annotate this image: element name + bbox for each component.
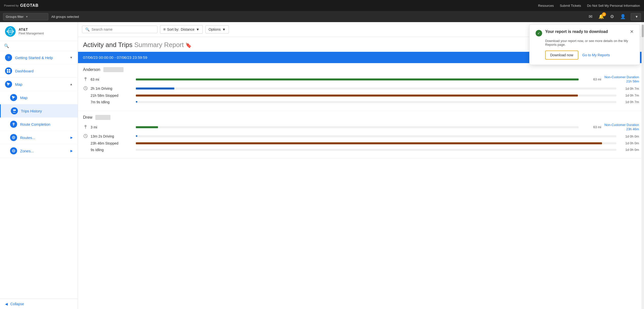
routes-icon — [10, 134, 17, 141]
content-area: 🔍 ≡ Sort by: Distance ▼ Options ▼ Activi… — [78, 22, 644, 309]
drew-driving-bar-wrapper — [136, 135, 616, 137]
report-title-part1: Activity and Trips — [83, 41, 133, 49]
anderson-stopped-label: 21h 58m Stopped — [91, 94, 131, 98]
anderson-idling-bar-wrapper — [136, 101, 616, 103]
stat-row-anderson-distance: 63 mi 63 mi Non-Customer Duration21h 58m — [83, 75, 639, 84]
user-button[interactable]: 👤 — [619, 13, 627, 20]
search-wrapper[interactable]: 🔍 — [82, 26, 157, 33]
drew-non-customer-label: Non-Customer Duration23h 46m — [604, 123, 639, 131]
sidebar-item-map[interactable]: Map — [0, 91, 78, 104]
drew-idling-label: 9s Idling — [91, 148, 131, 152]
sidebar-item-route-completion[interactable]: Route Completion — [0, 118, 78, 131]
notifications-button[interactable]: 🔔 1 — [597, 13, 605, 20]
user-chevron: ▼ — [635, 15, 638, 19]
notification-popup: ✓ Your report is ready to download ✕ Dow… — [529, 24, 640, 65]
drew-driving-dot — [136, 135, 137, 137]
svg-rect-5 — [9, 69, 10, 71]
anderson-distance-label: 63 mi — [91, 77, 131, 81]
routes-arrow: ▶ — [70, 136, 73, 139]
sidebar-item-map-group[interactable]: Map ▲ — [0, 78, 78, 91]
logo-area: Powered by GEOTAB — [4, 3, 38, 8]
notification-badge: 1 — [602, 12, 606, 16]
drew-stopped-value: 1d 0h 0m — [621, 141, 639, 145]
driving-clock-icon — [83, 86, 88, 91]
anderson-distance-bar-wrapper — [136, 78, 579, 80]
driver-name-drew: Drew — [83, 115, 92, 120]
stat-row-drew-stopped: 23h 46m Stopped 1d 0h 0m — [83, 141, 639, 145]
driver-section-anderson: Anderson 63 mi — [78, 63, 644, 111]
options-button[interactable]: Options ▼ — [205, 25, 229, 33]
anderson-stopped-bar-wrapper — [136, 95, 616, 97]
collapse-label: Collapse — [10, 302, 24, 306]
mail-icon-button[interactable]: ✉ — [588, 13, 593, 20]
settings-button[interactable]: ⚙ — [609, 13, 615, 20]
drew-driving-value: 1d 0h 0m — [621, 135, 639, 138]
groups-filter-button[interactable]: Groups filter ▼ — [3, 13, 48, 20]
download-now-button[interactable]: Download now — [545, 51, 578, 60]
notification-title: Your report is ready to download — [545, 29, 627, 34]
drew-idling-bar — [136, 149, 137, 150]
drew-stopped-label: 23h 46m Stopped — [91, 141, 131, 145]
sort-label: Sort by: — [167, 27, 179, 31]
powered-by-text: Powered by — [4, 4, 19, 7]
top-nav-links: Resources Submit Tickets Do Not Sell My … — [538, 4, 640, 8]
notification-close-button[interactable]: ✕ — [630, 29, 634, 34]
map-group-icon — [5, 81, 12, 88]
svg-point-13 — [13, 123, 14, 124]
drew-distance-label: 3 mi — [91, 125, 131, 129]
sidebar-item-trips-history[interactable]: Trips History — [0, 104, 78, 118]
sidebar-item-routes[interactable]: Routes... ▶ — [0, 131, 78, 144]
bookmark-icon[interactable]: 🔖 — [185, 42, 192, 48]
svg-marker-8 — [7, 82, 10, 86]
top-navigation: Powered by GEOTAB Resources Submit Ticke… — [0, 0, 644, 11]
anderson-driving-label: 2h 1m Driving — [91, 86, 131, 91]
submit-tickets-link[interactable]: Submit Tickets — [560, 4, 581, 8]
go-to-reports-link[interactable]: Go to My Reports — [582, 53, 610, 57]
anderson-idling-dot — [136, 101, 137, 103]
notification-check-icon: ✓ — [536, 30, 542, 36]
main-layout: AT&T Fleet Management 🔍 ? Getting Starte… — [0, 22, 644, 309]
stat-row-anderson-idling: 7m 9s Idling 1d 0h 7m — [83, 100, 639, 104]
company-subtitle: Fleet Management — [19, 32, 44, 36]
collapse-arrow-icon: ◀ — [5, 302, 8, 306]
drew-distance-value: 63 mi — [584, 125, 601, 129]
getting-started-expand: ▼ — [70, 56, 73, 59]
resources-link[interactable]: Resources — [538, 4, 554, 8]
dashboard-label: Dashboard — [15, 69, 73, 73]
drew-stopped-bar — [136, 142, 602, 144]
drew-idling-bar-wrapper — [136, 149, 616, 151]
brand-logo: Powered by GEOTAB — [4, 3, 38, 8]
trips-history-label: Trips History — [21, 109, 73, 113]
sidebar-item-zones[interactable]: Zones... ▶ — [0, 144, 78, 158]
sidebar-collapse-button[interactable]: ◀ Collapse — [0, 299, 78, 309]
att-logo-text: AT&T Fleet Management — [19, 27, 44, 36]
svg-point-11 — [14, 109, 16, 111]
sidebar-item-getting-started[interactable]: ? Getting Started & Help ▼ — [0, 51, 78, 64]
sidebar-logo: AT&T Fleet Management — [0, 22, 78, 41]
anderson-stopped-value: 1d 0h 7m — [621, 94, 639, 97]
anderson-driving-bar — [136, 87, 174, 90]
user-menu-button[interactable]: ▼ — [631, 13, 641, 20]
company-name: AT&T — [19, 27, 44, 32]
map-label: Map — [20, 96, 73, 100]
sidebar-navigation: ? Getting Started & Help ▼ Dashboard — [0, 51, 78, 299]
svg-point-21 — [85, 126, 86, 126]
getting-started-icon: ? — [5, 54, 12, 61]
notification-subtitle: Download your report now, or see more de… — [545, 39, 634, 47]
driver-tag-drew — [95, 115, 110, 120]
groups-selected-text: All groups selected — [51, 15, 79, 19]
zones-label: Zones... — [20, 149, 67, 153]
drew-distance-bar — [136, 126, 158, 128]
search-icon: 🔍 — [85, 27, 90, 31]
search-name-input[interactable] — [92, 27, 154, 31]
anderson-distance-value: 63 mi — [584, 77, 601, 81]
do-not-sell-link[interactable]: Do Not Sell My Personal Information — [587, 4, 640, 8]
sidebar-search-area: 🔍 — [0, 41, 78, 51]
route-completion-label: Route Completion — [20, 122, 73, 126]
anderson-non-customer-label: Non-Customer Duration21h 58m — [604, 75, 639, 84]
driver-section-drew: Drew 3 mi 63 — [78, 111, 644, 159]
scrollbar-thumb[interactable] — [642, 25, 644, 37]
sidebar-item-dashboard[interactable]: Dashboard — [0, 64, 78, 78]
sort-button[interactable]: ≡ Sort by: Distance ▼ — [160, 25, 203, 34]
svg-rect-7 — [9, 71, 10, 73]
